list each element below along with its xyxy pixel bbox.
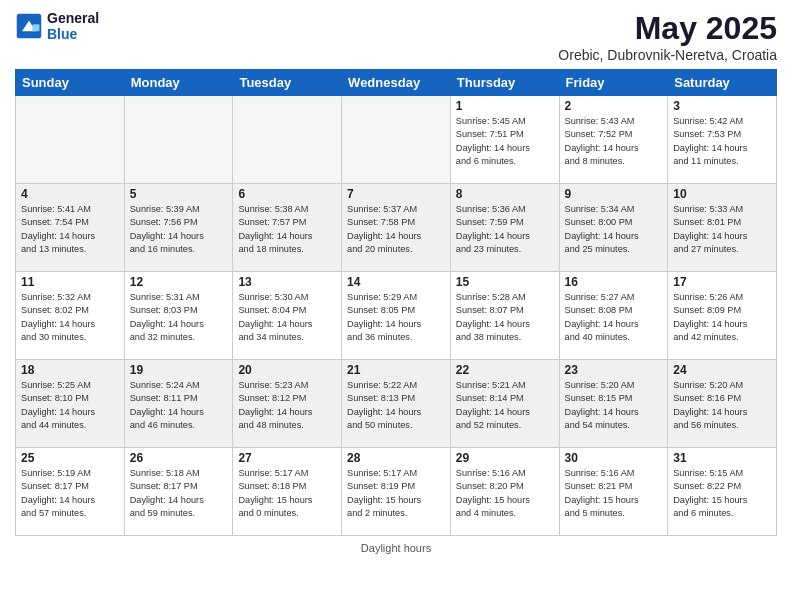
calendar-day: 30Sunrise: 5:16 AM Sunset: 8:21 PM Dayli…	[559, 448, 668, 536]
logo-icon	[15, 12, 43, 40]
calendar-day: 27Sunrise: 5:17 AM Sunset: 8:18 PM Dayli…	[233, 448, 342, 536]
day-number: 22	[456, 363, 554, 377]
footer: Daylight hours	[15, 542, 777, 554]
calendar-day: 2Sunrise: 5:43 AM Sunset: 7:52 PM Daylig…	[559, 96, 668, 184]
day-info: Sunrise: 5:18 AM Sunset: 8:17 PM Dayligh…	[130, 467, 228, 520]
day-number: 4	[21, 187, 119, 201]
day-info: Sunrise: 5:30 AM Sunset: 8:04 PM Dayligh…	[238, 291, 336, 344]
day-info: Sunrise: 5:17 AM Sunset: 8:19 PM Dayligh…	[347, 467, 445, 520]
col-header-tuesday: Tuesday	[233, 70, 342, 96]
calendar-day: 16Sunrise: 5:27 AM Sunset: 8:08 PM Dayli…	[559, 272, 668, 360]
day-info: Sunrise: 5:39 AM Sunset: 7:56 PM Dayligh…	[130, 203, 228, 256]
calendar-day: 17Sunrise: 5:26 AM Sunset: 8:09 PM Dayli…	[668, 272, 777, 360]
calendar-day: 7Sunrise: 5:37 AM Sunset: 7:58 PM Daylig…	[342, 184, 451, 272]
day-number: 31	[673, 451, 771, 465]
day-info: Sunrise: 5:29 AM Sunset: 8:05 PM Dayligh…	[347, 291, 445, 344]
calendar-week-row: 11Sunrise: 5:32 AM Sunset: 8:02 PM Dayli…	[16, 272, 777, 360]
calendar-day: 22Sunrise: 5:21 AM Sunset: 8:14 PM Dayli…	[450, 360, 559, 448]
day-number: 8	[456, 187, 554, 201]
calendar-day: 25Sunrise: 5:19 AM Sunset: 8:17 PM Dayli…	[16, 448, 125, 536]
day-info: Sunrise: 5:24 AM Sunset: 8:11 PM Dayligh…	[130, 379, 228, 432]
day-number: 15	[456, 275, 554, 289]
calendar-day: 1Sunrise: 5:45 AM Sunset: 7:51 PM Daylig…	[450, 96, 559, 184]
day-number: 11	[21, 275, 119, 289]
day-number: 25	[21, 451, 119, 465]
title-block: May 2025 Orebic, Dubrovnik-Neretva, Croa…	[558, 10, 777, 63]
calendar-page: General Blue May 2025 Orebic, Dubrovnik-…	[0, 0, 792, 612]
calendar-day: 9Sunrise: 5:34 AM Sunset: 8:00 PM Daylig…	[559, 184, 668, 272]
day-info: Sunrise: 5:32 AM Sunset: 8:02 PM Dayligh…	[21, 291, 119, 344]
calendar-day: 19Sunrise: 5:24 AM Sunset: 8:11 PM Dayli…	[124, 360, 233, 448]
day-number: 13	[238, 275, 336, 289]
day-info: Sunrise: 5:16 AM Sunset: 8:21 PM Dayligh…	[565, 467, 663, 520]
day-number: 29	[456, 451, 554, 465]
day-info: Sunrise: 5:31 AM Sunset: 8:03 PM Dayligh…	[130, 291, 228, 344]
day-info: Sunrise: 5:45 AM Sunset: 7:51 PM Dayligh…	[456, 115, 554, 168]
day-info: Sunrise: 5:22 AM Sunset: 8:13 PM Dayligh…	[347, 379, 445, 432]
calendar-day: 31Sunrise: 5:15 AM Sunset: 8:22 PM Dayli…	[668, 448, 777, 536]
calendar-day: 20Sunrise: 5:23 AM Sunset: 8:12 PM Dayli…	[233, 360, 342, 448]
day-number: 5	[130, 187, 228, 201]
day-number: 10	[673, 187, 771, 201]
day-number: 17	[673, 275, 771, 289]
calendar-table: SundayMondayTuesdayWednesdayThursdayFrid…	[15, 69, 777, 536]
header: General Blue May 2025 Orebic, Dubrovnik-…	[15, 10, 777, 63]
col-header-friday: Friday	[559, 70, 668, 96]
svg-rect-2	[33, 24, 40, 31]
daylight-label: Daylight hours	[361, 542, 431, 554]
day-number: 26	[130, 451, 228, 465]
calendar-day: 13Sunrise: 5:30 AM Sunset: 8:04 PM Dayli…	[233, 272, 342, 360]
calendar-day: 6Sunrise: 5:38 AM Sunset: 7:57 PM Daylig…	[233, 184, 342, 272]
day-number: 12	[130, 275, 228, 289]
calendar-day	[16, 96, 125, 184]
calendar-day: 3Sunrise: 5:42 AM Sunset: 7:53 PM Daylig…	[668, 96, 777, 184]
day-info: Sunrise: 5:16 AM Sunset: 8:20 PM Dayligh…	[456, 467, 554, 520]
day-number: 20	[238, 363, 336, 377]
calendar-day: 23Sunrise: 5:20 AM Sunset: 8:15 PM Dayli…	[559, 360, 668, 448]
day-info: Sunrise: 5:41 AM Sunset: 7:54 PM Dayligh…	[21, 203, 119, 256]
day-info: Sunrise: 5:23 AM Sunset: 8:12 PM Dayligh…	[238, 379, 336, 432]
calendar-day	[124, 96, 233, 184]
calendar-day	[342, 96, 451, 184]
calendar-day: 28Sunrise: 5:17 AM Sunset: 8:19 PM Dayli…	[342, 448, 451, 536]
day-info: Sunrise: 5:19 AM Sunset: 8:17 PM Dayligh…	[21, 467, 119, 520]
day-info: Sunrise: 5:37 AM Sunset: 7:58 PM Dayligh…	[347, 203, 445, 256]
day-info: Sunrise: 5:43 AM Sunset: 7:52 PM Dayligh…	[565, 115, 663, 168]
day-number: 27	[238, 451, 336, 465]
day-number: 24	[673, 363, 771, 377]
calendar-day: 18Sunrise: 5:25 AM Sunset: 8:10 PM Dayli…	[16, 360, 125, 448]
location: Orebic, Dubrovnik-Neretva, Croatia	[558, 47, 777, 63]
col-header-saturday: Saturday	[668, 70, 777, 96]
day-number: 9	[565, 187, 663, 201]
calendar-week-row: 18Sunrise: 5:25 AM Sunset: 8:10 PM Dayli…	[16, 360, 777, 448]
day-info: Sunrise: 5:34 AM Sunset: 8:00 PM Dayligh…	[565, 203, 663, 256]
day-info: Sunrise: 5:25 AM Sunset: 8:10 PM Dayligh…	[21, 379, 119, 432]
logo-text: General Blue	[47, 10, 99, 42]
day-number: 16	[565, 275, 663, 289]
calendar-day: 14Sunrise: 5:29 AM Sunset: 8:05 PM Dayli…	[342, 272, 451, 360]
col-header-thursday: Thursday	[450, 70, 559, 96]
calendar-day: 21Sunrise: 5:22 AM Sunset: 8:13 PM Dayli…	[342, 360, 451, 448]
day-number: 19	[130, 363, 228, 377]
day-number: 18	[21, 363, 119, 377]
calendar-day: 12Sunrise: 5:31 AM Sunset: 8:03 PM Dayli…	[124, 272, 233, 360]
calendar-day: 8Sunrise: 5:36 AM Sunset: 7:59 PM Daylig…	[450, 184, 559, 272]
day-number: 30	[565, 451, 663, 465]
calendar-week-row: 1Sunrise: 5:45 AM Sunset: 7:51 PM Daylig…	[16, 96, 777, 184]
logo-general-text: General	[47, 10, 99, 26]
day-info: Sunrise: 5:26 AM Sunset: 8:09 PM Dayligh…	[673, 291, 771, 344]
day-info: Sunrise: 5:38 AM Sunset: 7:57 PM Dayligh…	[238, 203, 336, 256]
col-header-wednesday: Wednesday	[342, 70, 451, 96]
day-number: 14	[347, 275, 445, 289]
month-title: May 2025	[558, 10, 777, 47]
calendar-day: 11Sunrise: 5:32 AM Sunset: 8:02 PM Dayli…	[16, 272, 125, 360]
day-number: 23	[565, 363, 663, 377]
day-info: Sunrise: 5:17 AM Sunset: 8:18 PM Dayligh…	[238, 467, 336, 520]
calendar-day: 15Sunrise: 5:28 AM Sunset: 8:07 PM Dayli…	[450, 272, 559, 360]
calendar-week-row: 25Sunrise: 5:19 AM Sunset: 8:17 PM Dayli…	[16, 448, 777, 536]
day-info: Sunrise: 5:27 AM Sunset: 8:08 PM Dayligh…	[565, 291, 663, 344]
calendar-day: 24Sunrise: 5:20 AM Sunset: 8:16 PM Dayli…	[668, 360, 777, 448]
col-header-monday: Monday	[124, 70, 233, 96]
day-info: Sunrise: 5:15 AM Sunset: 8:22 PM Dayligh…	[673, 467, 771, 520]
day-number: 7	[347, 187, 445, 201]
